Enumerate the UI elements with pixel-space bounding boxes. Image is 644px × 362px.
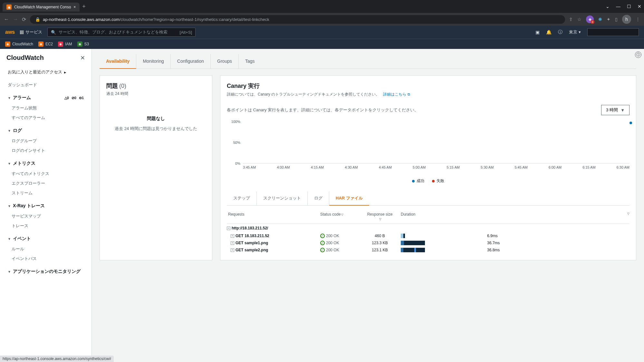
- sidebar-item[interactable]: ルール: [4, 244, 88, 254]
- sidebar-section-appmon[interactable]: ▼アプリケーションのモニタリング: [4, 266, 88, 277]
- notifications-icon[interactable]: 🔔: [546, 30, 552, 35]
- help-icon[interactable]: ⓘ: [558, 29, 562, 35]
- har-group[interactable]: − http://18.183.211.52/: [227, 224, 630, 232]
- sidebar-section-xray[interactable]: ▼X-Ray トレース: [4, 200, 88, 211]
- caret-icon: ▼: [8, 162, 11, 165]
- har-row[interactable]: +GET 18.183.211.52 ✓200 OK 460 B 6.9ms: [227, 232, 630, 239]
- sidebar-favorites-link[interactable]: お気に入りと最近のアクセス ▸: [4, 67, 88, 78]
- chevron-down-icon[interactable]: ⌄: [606, 4, 610, 9]
- chevron-down-icon: ▼: [620, 108, 625, 113]
- issues-subtitle: 過去 24 時間: [106, 91, 206, 97]
- region-selector[interactable]: 東京 ▾: [569, 29, 581, 35]
- tab-configuration[interactable]: Configuration: [171, 54, 211, 69]
- back-button[interactable]: ←: [4, 16, 9, 22]
- new-tab-button[interactable]: +: [82, 3, 86, 10]
- legend-item[interactable]: 成功: [412, 178, 424, 184]
- tab-monitoring[interactable]: Monitoring: [136, 54, 170, 69]
- favorite-ec2[interactable]: ◉EC2: [38, 42, 53, 47]
- forward-button[interactable]: →: [13, 16, 18, 22]
- sidebar-section-alarm[interactable]: ▼アラーム△0⊘0⊖1: [4, 92, 88, 103]
- details-link[interactable]: 詳細はこちら ⧉: [383, 92, 410, 97]
- sidebar-section-log[interactable]: ▼ログ: [4, 125, 88, 136]
- account-menu[interactable]: [587, 28, 639, 36]
- close-icon[interactable]: ×: [73, 5, 76, 9]
- data-point[interactable]: [630, 122, 632, 124]
- status-ok-icon: ✓: [320, 248, 325, 252]
- sub-tab[interactable]: ステップ: [227, 191, 257, 205]
- sidebar-dashboard[interactable]: ダッシュボード: [4, 80, 88, 90]
- sidebar-item[interactable]: トレース: [4, 221, 88, 231]
- status-bar: https://ap-northeast-1.console.aws.amazo…: [0, 356, 114, 362]
- services-menu[interactable]: サービス: [20, 29, 42, 35]
- col-size[interactable]: Response size▽: [359, 212, 401, 221]
- expand-icon[interactable]: +: [231, 248, 234, 252]
- legend-dot-icon: [412, 180, 415, 182]
- favorite-iam[interactable]: ◉IAM: [58, 42, 72, 47]
- col-requests[interactable]: Requests: [227, 212, 320, 221]
- search-shortcut: [Alt+S]: [180, 30, 192, 35]
- favorite-cloudwatch[interactable]: ◉CloudWatch: [5, 42, 33, 47]
- window-controls: ⌄ ― ☐ ✕: [606, 4, 641, 9]
- panel-icon[interactable]: ▯: [615, 17, 618, 22]
- caret-icon: ▼: [8, 204, 11, 208]
- y-tick: 100%: [231, 120, 240, 124]
- aws-logo[interactable]: aws: [5, 29, 15, 35]
- har-row[interactable]: +GET sample2.png ✓200 OK 123.1 KB 36.8ms: [227, 246, 630, 254]
- duration-bar: [401, 248, 485, 252]
- col-status[interactable]: Status code▽: [320, 212, 359, 221]
- sidebar-item[interactable]: すべてのメトリクス: [4, 169, 88, 179]
- sidebar-item[interactable]: ロググループ: [4, 136, 88, 146]
- minimize-icon[interactable]: ―: [616, 4, 620, 9]
- sidebar-item[interactable]: アラーム状態: [4, 103, 88, 113]
- menu-icon[interactable]: ⋮: [636, 17, 640, 22]
- tab-tags[interactable]: Tags: [239, 54, 261, 69]
- url-bar[interactable]: 🔒 ap-northeast-1.console.aws.amazon.com/…: [30, 15, 565, 24]
- bookmark-icon[interactable]: ☆: [577, 17, 582, 22]
- col-duration[interactable]: Duration▽: [401, 212, 630, 221]
- time-range-selector[interactable]: 3 時間 ▼: [601, 105, 630, 115]
- sidebar-item[interactable]: エクスプローラー: [4, 179, 88, 188]
- status-ok-icon: ✓: [320, 234, 325, 238]
- x-tick: 5:30 AM: [481, 165, 494, 169]
- sidebar-item[interactable]: イベントバス: [4, 254, 88, 264]
- sidebar-section-metrics[interactable]: ▼メトリクス: [4, 158, 88, 169]
- sidebar-item[interactable]: すべてのアラーム: [4, 113, 88, 123]
- tab-groups[interactable]: Groups: [211, 54, 239, 69]
- chart-hint: 各ポイントは Canary 実行を表します。詳細については、各データポイントをク…: [227, 107, 418, 113]
- har-row[interactable]: +GET sample1.png ✓200 OK 123.3 KB 36.7ms: [227, 239, 630, 246]
- avatar[interactable]: h: [622, 15, 631, 24]
- cloudshell-icon[interactable]: ▣: [535, 30, 540, 35]
- sidebar-item[interactable]: サービスマップ: [4, 211, 88, 221]
- share-icon[interactable]: ⇪: [569, 17, 573, 22]
- collapse-icon[interactable]: −: [227, 227, 230, 230]
- grid-icon: [20, 31, 24, 34]
- extension2-icon[interactable]: ❋: [598, 17, 602, 22]
- sub-tab[interactable]: スクリーンショット: [257, 191, 308, 205]
- alarm-badge-a: △0: [64, 96, 69, 100]
- duration-bar: [401, 234, 485, 238]
- search-input[interactable]: 🔍 サービス、特徴、ブログ、およびドキュメントなどを検索 [Alt+S]: [47, 28, 196, 37]
- canary-chart[interactable]: 100%50%0% 3:45 AM4:00 AM4:15 AM4:30 AM4:…: [227, 122, 630, 173]
- url-domain: ap-northeast-1.console.aws.amazon.com: [43, 17, 120, 22]
- sub-tab[interactable]: HAR ファイル: [329, 191, 369, 206]
- expand-icon[interactable]: +: [231, 241, 234, 245]
- tab-availability[interactable]: Availability: [100, 54, 136, 69]
- extensions-icon[interactable]: ✦: [607, 17, 610, 22]
- legend-item[interactable]: 失敗: [432, 178, 444, 184]
- sidebar-item[interactable]: ログのインサイト: [4, 146, 88, 155]
- sub-tab[interactable]: ログ: [308, 191, 329, 205]
- reload-button[interactable]: ⟳: [22, 16, 26, 23]
- expand-icon[interactable]: +: [231, 234, 234, 238]
- content-area: ⓘ AvailabilityMonitoringConfigurationGro…: [92, 49, 644, 362]
- sidebar-item[interactable]: ストリーム: [4, 188, 88, 198]
- favorite-s3[interactable]: ◉S3: [77, 42, 89, 47]
- search-icon: 🔍: [51, 30, 56, 35]
- x-tick: 6:15 AM: [582, 165, 595, 169]
- info-icon[interactable]: ⓘ: [635, 51, 641, 58]
- sidebar-close-icon[interactable]: ✕: [80, 54, 85, 61]
- sidebar-section-events[interactable]: ▼イベント: [4, 233, 88, 244]
- close-window-icon[interactable]: ✕: [638, 4, 641, 9]
- browser-tab[interactable]: ◉ CloudWatch Management Conso ×: [3, 3, 80, 12]
- extension-icon[interactable]: ◈9: [586, 15, 594, 23]
- maximize-icon[interactable]: ☐: [627, 4, 631, 9]
